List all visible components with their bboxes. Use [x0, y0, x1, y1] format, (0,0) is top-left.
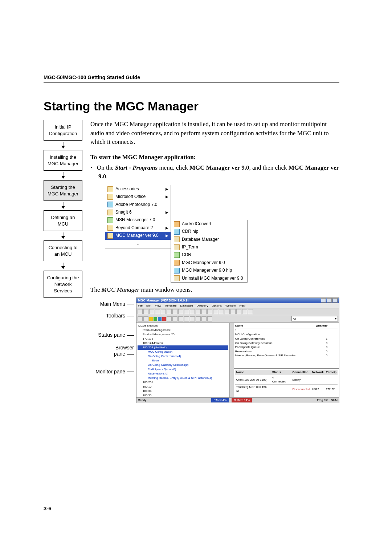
col-quantity: Quantity [316, 324, 338, 328]
submenu-arrow-icon: ▶ [166, 233, 168, 239]
menu-expand-chevron-icon[interactable]: ⌄ [105, 240, 171, 248]
tree-scrollbar[interactable] [230, 323, 234, 397]
tree-node[interactable]: Product Management [138, 328, 228, 332]
toolbar-button[interactable] [225, 309, 230, 314]
toolbar-button[interactable] [207, 316, 212, 321]
maximize-button[interactable] [327, 298, 332, 303]
menu-item-label: MGC Manager ver 9.0 [115, 232, 159, 239]
programs-menu-screenshot: Accessories▶ Microsoft Office▶ Adobe Pho… [105, 185, 257, 283]
menu-edit[interactable]: Edit [146, 304, 151, 308]
toolbar-button[interactable] [190, 316, 195, 321]
submenu-item[interactable]: AudVidConvert [171, 220, 247, 228]
toolbar-button[interactable] [167, 316, 172, 321]
toolbar-button[interactable] [155, 309, 160, 314]
toolbar-button[interactable] [190, 309, 195, 314]
toolbar-button[interactable] [184, 309, 189, 314]
tree-node[interactable]: On Going Conferences(4) [138, 354, 228, 358]
submenu-item-label: AudVidConvert [182, 221, 211, 227]
monitor-row[interactable]: Tandberg MXP 090 156 98DisconnectedH3231… [235, 385, 338, 394]
toolbar-button[interactable] [184, 316, 189, 321]
page-title: Starting the MGC Manager [44, 99, 339, 113]
tree-node[interactable]: 180 201 [138, 380, 228, 385]
tree-node[interactable]: 180 124-Falcon [138, 341, 228, 345]
status-row[interactable]: Meeting Rooms, Entry Queues & SIP Factor… [235, 353, 338, 358]
status-row[interactable]: Participants Queue0 [235, 345, 338, 349]
toolbar-button[interactable] [219, 309, 224, 314]
toolbar-button[interactable] [196, 309, 201, 314]
toolbar-button[interactable] [138, 309, 143, 314]
menu-database[interactable]: DataBase [180, 304, 193, 308]
browser-tree[interactable]: MCUs NetworkProduct ManagementProduct Ma… [136, 323, 230, 397]
menu-item-photoshop[interactable]: Adobe Photoshop 7.0 [105, 201, 171, 208]
close-button[interactable] [332, 298, 338, 303]
tree-node[interactable]: 172 175 [138, 337, 228, 341]
toolbar-button[interactable] [213, 309, 218, 314]
tree-node[interactable]: On Going Gateway Sessions(0) [138, 363, 228, 367]
filter-combo[interactable]: All▾ [291, 316, 338, 321]
toolbar-button[interactable] [143, 309, 148, 314]
toolbar-button[interactable] [201, 309, 207, 314]
toolbar-button[interactable] [207, 309, 212, 314]
toolbar-button[interactable] [236, 309, 241, 314]
toolbar-button[interactable] [248, 309, 253, 314]
tree-node[interactable]: 180 10 [138, 385, 228, 389]
tree-node[interactable]: MCU Configuration [138, 350, 228, 354]
toolbar-button[interactable] [172, 309, 177, 314]
toolbar-button[interactable] [242, 309, 247, 314]
toolbar-button[interactable] [138, 316, 143, 321]
status-pane: NameQuantity 1...MCU ConfigurationOn Goi… [234, 323, 339, 369]
status-row[interactable]: On Going Gateway Sessions0 [235, 341, 338, 345]
tree-node[interactable]: 180 35 [138, 393, 228, 397]
tree-node[interactable]: MCUs Network [138, 324, 228, 328]
toolbar-button[interactable] [178, 316, 183, 321]
submenu-item[interactable]: Database Manager [171, 236, 247, 243]
menu-item-msn[interactable]: MSN Messenger 7.0 [105, 216, 171, 224]
menu-view[interactable]: View [155, 304, 161, 308]
menu-directory[interactable]: Directory [197, 304, 208, 308]
toolbar-button[interactable] [196, 316, 201, 321]
tree-node[interactable]: Product Management 25 [138, 332, 228, 337]
content-column: Once the MGC Manager application is inst… [90, 120, 339, 403]
menu-file[interactable]: File [138, 304, 143, 308]
minimize-button[interactable] [321, 298, 326, 303]
menu-help[interactable]: Help [240, 304, 245, 308]
tree-node[interactable]: 180 203 (Untitled ) [138, 345, 228, 350]
bullet-text-bold1: MGC Manager ver 9.0 [189, 164, 249, 171]
menu-item-mgcmanager[interactable]: MGC Manager ver 9.0▶ [105, 232, 171, 239]
tree-node[interactable]: Econ [138, 358, 228, 363]
menu-item-beyondcompare[interactable]: Beyond Compare 2▶ [105, 224, 171, 232]
toolbar-button[interactable] [161, 309, 166, 314]
toolbar-button[interactable] [230, 309, 236, 314]
toolbar-button[interactable] [172, 316, 177, 321]
submenu-item[interactable]: MGC Manager ver 9.0 hlp [171, 267, 247, 274]
menu-options[interactable]: Options [212, 304, 222, 308]
submenu-item[interactable]: UnInstall MGC Manager ver 9.0 [171, 275, 247, 282]
tree-node[interactable]: Reservations(0) [138, 372, 228, 376]
toolbar-button[interactable] [143, 316, 148, 321]
menu-item-snagit[interactable]: SnagIt 6▶ [105, 208, 171, 216]
toolbar-button[interactable] [178, 309, 183, 314]
menu-item-accessories[interactable]: Accessories▶ [105, 185, 171, 193]
monitor-col-connection: Connection [291, 370, 311, 375]
toolbar-button[interactable] [167, 309, 172, 314]
tree-node[interactable]: Participants Queue(0) [138, 367, 228, 372]
submenu-item[interactable]: CDR [171, 251, 247, 259]
submenu-arrow-icon: ▶ [166, 194, 168, 200]
status-row[interactable]: Reservations0 [235, 349, 338, 354]
menu-item-msoffice[interactable]: Microsoft Office▶ [105, 193, 171, 200]
menu-window[interactable]: Window [225, 304, 236, 308]
submenu-item[interactable]: CDR hlp [171, 228, 247, 235]
monitor-row[interactable]: Oran (188 226 30-1303)4 - ConnectedEmpty [235, 375, 338, 384]
tree-node[interactable]: 180 34 [138, 389, 228, 393]
status-row[interactable]: 1... [235, 328, 338, 333]
status-row[interactable]: On Going Conferences1 [235, 337, 338, 341]
status-row[interactable]: MCU Configuration [235, 332, 338, 337]
toolbar-button[interactable] [149, 309, 154, 314]
page-number: 3-6 [44, 505, 52, 511]
toolbar-button[interactable] [201, 316, 207, 321]
submenu-item-label: IP_Term [182, 244, 198, 250]
tree-node[interactable]: Meeting Rooms, Entry Queues & SIP Factor… [138, 376, 228, 380]
submenu-item[interactable]: IP_Term [171, 243, 247, 251]
menu-template[interactable]: Template [165, 304, 176, 308]
submenu-item[interactable]: MGC Manager ver 9.0 [171, 259, 247, 267]
